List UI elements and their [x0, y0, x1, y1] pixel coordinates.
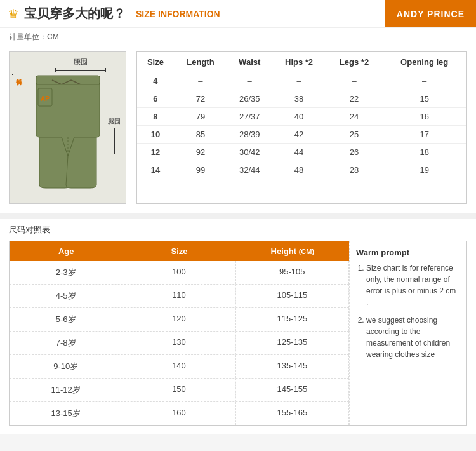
cell-length: 92: [174, 144, 227, 161]
cell-waist: 28/39: [227, 126, 272, 144]
cell-size: 14: [137, 161, 174, 179]
unit-label: 计量单位：CM: [0, 28, 476, 45]
ref-table-rows: 2-3岁 100 95-105 4-5岁 110 105-115 5-6岁 12…: [10, 261, 349, 425]
cell-hips: –: [272, 72, 326, 90]
leg-circumference-label: 腿围: [108, 117, 121, 154]
svg-rect-0: [36, 76, 100, 84]
col-opening: Opening leg: [382, 52, 466, 72]
cell-opening: 17: [382, 126, 466, 144]
col-length: Length: [174, 52, 227, 72]
ref-cell-height: 125-135: [236, 332, 349, 354]
pants-svg: AP: [27, 64, 109, 191]
size-table: Size Length Waist Hips *2 Legs *2 Openin…: [136, 51, 467, 204]
ref-header-age: Age: [10, 246, 122, 256]
cell-hips: 44: [272, 144, 326, 161]
header-left: ♛ 宝贝穿多大的呢？ SIZE INFORMATION: [8, 5, 220, 22]
ref-cell-height: 105-115: [236, 285, 349, 307]
table-row: 4 – – – – –: [137, 72, 466, 90]
brand-label: ANDY PRINCE: [385, 0, 476, 27]
warm-prompt-list: Size chart is for reference only, the no…: [356, 262, 460, 360]
cell-legs: 24: [326, 108, 383, 126]
ref-cell-height: 145-155: [236, 379, 349, 401]
ref-cell-age: 13-15岁: [10, 402, 122, 425]
warm-prompt-title: Warm prompt: [356, 248, 460, 257]
cell-waist: 27/37: [227, 108, 272, 126]
ref-cell-age: 4-5岁: [10, 285, 122, 307]
col-size: Size: [137, 52, 174, 72]
ref-cell-size: 150: [122, 379, 235, 401]
pants-length-label: 裤长: [12, 74, 23, 182]
cell-opening: 18: [382, 144, 466, 161]
cell-waist: 26/35: [227, 90, 272, 108]
cell-size: 8: [137, 108, 174, 126]
ref-title: 尺码对照表: [9, 224, 467, 236]
ref-row: 4-5岁 110 105-115: [10, 285, 349, 308]
cell-hips: 40: [272, 108, 326, 126]
ref-cell-height: 155-165: [236, 402, 349, 425]
cell-size: 12: [137, 144, 174, 161]
ref-row: 5-6岁 120 115-125: [10, 308, 349, 332]
ref-cell-size: 100: [122, 261, 235, 284]
warm-prompt-item: we suggest choosing according to the mea…: [366, 314, 460, 360]
ref-header-height: Height (CM): [236, 246, 349, 256]
cell-length: 79: [174, 108, 227, 126]
cell-size: 10: [137, 126, 174, 144]
cell-legs: –: [326, 72, 383, 90]
cell-hips: 48: [272, 161, 326, 179]
table-row: 8 79 27/37 40 24 16: [137, 108, 466, 126]
size-chart-section: 腰围 AP: [0, 45, 476, 213]
crown-icon: ♛: [8, 6, 19, 22]
cell-legs: 26: [326, 144, 383, 161]
ref-cell-age: 5-6岁: [10, 308, 122, 331]
cell-length: 72: [174, 90, 227, 108]
table-row: 6 72 26/35 38 22 15: [137, 90, 466, 108]
col-waist: Waist: [227, 52, 272, 72]
ref-cell-age: 9-10岁: [10, 355, 122, 378]
cn-title: 宝贝穿多大的呢？: [24, 5, 126, 22]
warm-prompt-item: Size chart is for reference only, the no…: [366, 262, 460, 308]
table-row: 12 92 30/42 44 26 18: [137, 144, 466, 161]
cell-length: –: [174, 72, 227, 90]
warm-prompt: Warm prompt Size chart is for reference …: [349, 241, 466, 425]
ref-table-left: Age Size Height (CM) 2-3岁 100 95-105 4-5…: [10, 241, 349, 425]
cell-waist: 30/42: [227, 144, 272, 161]
ref-table-wrapper: Age Size Height (CM) 2-3岁 100 95-105 4-5…: [9, 241, 467, 426]
ref-section: 尺码对照表 Age Size Height (CM) 2-3岁 100 95-1…: [0, 219, 476, 434]
ref-cell-age: 7-8岁: [10, 332, 122, 354]
col-legs: Legs *2: [326, 52, 383, 72]
pants-illustration: 腰围 AP: [9, 51, 126, 204]
table-row: 14 99 32/44 48 28 19: [137, 161, 466, 179]
cell-legs: 22: [326, 90, 383, 108]
cell-opening: 15: [382, 90, 466, 108]
cell-hips: 38: [272, 90, 326, 108]
cell-size: 6: [137, 90, 174, 108]
cell-legs: 25: [326, 126, 383, 144]
ref-cell-size: 140: [122, 355, 235, 378]
ref-row: 2-3岁 100 95-105: [10, 261, 349, 285]
cell-legs: 28: [326, 161, 383, 179]
col-hips: Hips *2: [272, 52, 326, 72]
ref-cell-height: 135-145: [236, 355, 349, 378]
ref-cell-size: 160: [122, 402, 235, 425]
ref-cell-height: 115-125: [236, 308, 349, 331]
ref-cell-age: 11-12岁: [10, 379, 122, 401]
size-info-label: SIZE INFORMATION: [136, 9, 220, 19]
cell-opening: 16: [382, 108, 466, 126]
cell-size: 4: [137, 72, 174, 90]
cell-opening: –: [382, 72, 466, 90]
ref-row: 13-15岁 160 155-165: [10, 402, 349, 425]
section-divider: [0, 213, 476, 219]
cell-opening: 19: [382, 161, 466, 179]
ref-header-size: Size: [122, 246, 235, 256]
ref-row: 7-8岁 130 125-135: [10, 332, 349, 355]
ref-cell-height: 95-105: [236, 261, 349, 284]
ref-cell-age: 2-3岁: [10, 261, 122, 284]
ref-cell-size: 130: [122, 332, 235, 354]
ref-row: 11-12岁 150 145-155: [10, 379, 349, 402]
svg-text:AP: AP: [41, 95, 50, 102]
cell-hips: 42: [272, 126, 326, 144]
cell-length: 85: [174, 126, 227, 144]
ref-cell-size: 110: [122, 285, 235, 307]
waist-top-label: 腰围: [55, 57, 106, 72]
cell-length: 99: [174, 161, 227, 179]
